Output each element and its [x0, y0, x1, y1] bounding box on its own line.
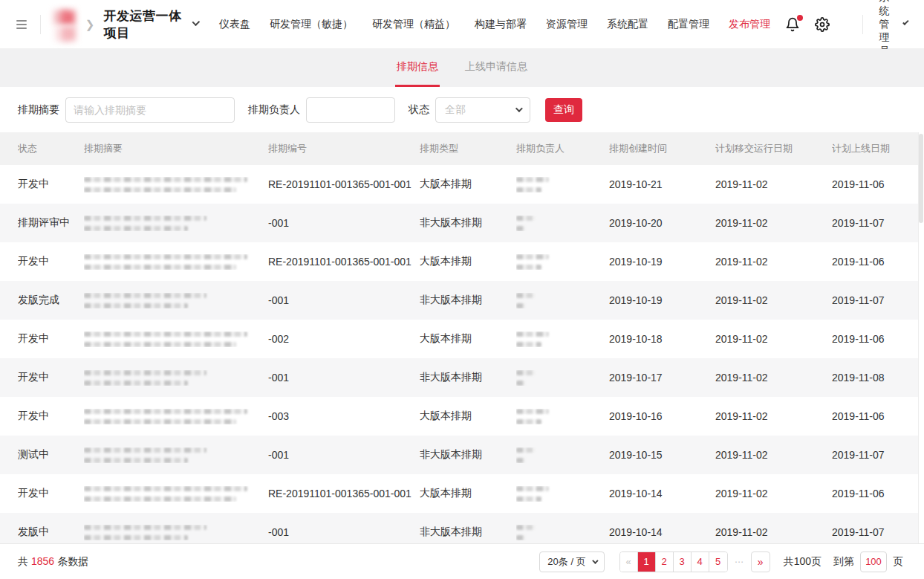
tab-bar: 排期信息 上线申请信息 — [0, 49, 924, 87]
row-created-date: 2019-10-20 — [609, 217, 715, 229]
tab-online-apply-info[interactable]: 上线申请信息 — [463, 49, 529, 87]
row-created-date: 2019-10-18 — [609, 333, 715, 345]
table-row[interactable]: 发版完成 -001 非大版本排期 2019-10-19 2019-11-02 2… — [0, 281, 924, 320]
row-summary-redacted — [84, 370, 268, 386]
menu-icon[interactable] — [16, 20, 27, 29]
jump-page-input[interactable] — [860, 551, 887, 572]
schedule-table: 状态 排期摘要 排期编号 排期类型 排期负责人 排期创建时间 计划移交运行日期 … — [0, 132, 924, 543]
row-created-date: 2019-10-16 — [609, 410, 715, 422]
row-type: 非大版本排期 — [420, 371, 516, 384]
footer-bar: 共1856条数据 20条 / 页 « 1 2 3 4 5 ⋯ » 共100页 到… — [0, 543, 924, 579]
nav-rd-agile[interactable]: 研发管理（敏捷） — [270, 18, 353, 31]
table-row[interactable]: 开发中 -003 大版本排期 2019-10-16 2019-11-02 201… — [0, 397, 924, 436]
row-summary-redacted — [84, 254, 268, 270]
scrollbar[interactable] — [918, 132, 924, 543]
table-row[interactable]: 发版中 -001 非大版本排期 2019-10-14 2019-11-02 20… — [0, 513, 924, 543]
nav-release-mgmt[interactable]: 发布管理 — [729, 18, 770, 31]
row-created-date: 2019-10-19 — [609, 294, 715, 306]
jump-suffix-label: 页 — [893, 555, 903, 569]
row-code: -001 — [268, 294, 420, 306]
page-button-3[interactable]: 3 — [674, 552, 692, 572]
nav-resource[interactable]: 资源管理 — [546, 18, 588, 31]
page-button-2[interactable]: 2 — [656, 552, 674, 572]
row-type: 大版本排期 — [420, 332, 516, 346]
col-type: 排期类型 — [420, 142, 516, 155]
nav-build-deploy[interactable]: 构建与部署 — [475, 18, 527, 31]
row-status: 排期评审中 — [18, 216, 84, 230]
row-created-date: 2019-10-21 — [609, 178, 715, 190]
row-code: -002 — [268, 333, 420, 345]
table-row[interactable]: 排期评审中 -001 非大版本排期 2019-10-20 2019-11-02 … — [0, 204, 924, 242]
status-select[interactable]: 全部 — [435, 97, 530, 123]
row-online-date: 2019-11-07 — [832, 294, 924, 306]
row-online-date: 2019-11-06 — [832, 256, 924, 268]
page-button-5[interactable]: 5 — [709, 552, 727, 572]
nav-config-mgmt[interactable]: 配置管理 — [668, 18, 709, 31]
breadcrumb-chevron-icon: ❯ — [85, 18, 95, 31]
user-chevron-down-icon — [902, 19, 908, 25]
nav-rd-lean[interactable]: 研发管理（精益） — [372, 18, 455, 31]
row-online-date: 2019-11-06 — [832, 488, 924, 499]
row-owner-redacted — [516, 447, 609, 463]
row-handover-date: 2019-11-02 — [715, 410, 832, 422]
notification-bell-icon[interactable] — [785, 17, 800, 32]
row-summary-redacted — [84, 525, 268, 540]
row-code: -001 — [268, 526, 420, 538]
row-handover-date: 2019-11-02 — [715, 526, 832, 538]
row-summary-redacted — [84, 216, 268, 231]
table-row[interactable]: 开发中 -002 大版本排期 2019-10-18 2019-11-02 201… — [0, 320, 924, 358]
nav-system-config[interactable]: 系统配置 — [607, 18, 648, 31]
project-title: 开发运营一体项目 — [103, 7, 181, 42]
top-bar: ❯ 开发运营一体项目 仪表盘 研发管理（敏捷） 研发管理（精益） 构建与部署 资… — [0, 0, 924, 49]
page-button-4[interactable]: 4 — [692, 552, 709, 572]
table-row[interactable]: 开发中 RE-20191101-001365-001-001 大版本排期 201… — [0, 165, 924, 204]
row-online-date: 2019-11-06 — [832, 333, 924, 345]
table-row[interactable]: 测试中 -001 非大版本排期 2019-10-15 2019-11-02 20… — [0, 436, 924, 474]
col-summary: 排期摘要 — [84, 142, 268, 155]
row-handover-date: 2019-11-02 — [715, 294, 832, 306]
row-handover-date: 2019-11-02 — [715, 449, 832, 461]
prev-page-button[interactable]: « — [620, 552, 638, 572]
scrollbar-thumb[interactable] — [919, 134, 923, 223]
col-handover-date: 计划移交运行日期 — [715, 142, 832, 155]
filter-bar: 排期摘要 排期负责人 状态 全部 查询 — [0, 87, 924, 132]
row-created-date: 2019-10-15 — [609, 449, 715, 461]
status-select-value: 全部 — [445, 103, 466, 117]
summary-filter-input[interactable] — [65, 97, 235, 123]
row-online-date: 2019-11-06 — [832, 410, 924, 422]
row-owner-redacted — [516, 370, 609, 386]
row-online-date: 2019-11-06 — [832, 178, 924, 190]
row-type: 大版本排期 — [420, 255, 516, 268]
row-code: RE-20191101-001365-001-001 — [268, 488, 420, 499]
row-type: 大版本排期 — [420, 410, 516, 423]
row-summary-redacted — [84, 486, 268, 502]
row-summary-redacted — [84, 331, 268, 347]
row-status: 开发中 — [18, 487, 84, 500]
row-status: 开发中 — [18, 371, 84, 384]
row-handover-date: 2019-11-02 — [715, 488, 832, 499]
table-row[interactable]: 开发中 -001 非大版本排期 2019-10-17 2019-11-02 20… — [0, 358, 924, 397]
row-owner-redacted — [516, 177, 609, 193]
total-pages-text: 共100页 — [784, 555, 821, 569]
owner-filter-input[interactable] — [306, 97, 395, 123]
tab-schedule-info[interactable]: 排期信息 — [395, 49, 440, 87]
row-code: -001 — [268, 449, 420, 461]
gear-icon[interactable] — [815, 17, 830, 32]
page-button-1[interactable]: 1 — [638, 552, 656, 572]
next-page-button[interactable]: » — [751, 551, 770, 572]
search-button[interactable]: 查询 — [545, 98, 582, 122]
page-size-select[interactable]: 20条 / 页 — [539, 551, 604, 572]
total-count: 1856 — [31, 555, 54, 567]
row-created-date: 2019-10-19 — [609, 256, 715, 268]
jump-prefix-label: 到第 — [833, 555, 854, 569]
row-status: 发版中 — [18, 525, 84, 539]
project-chevron-down-icon[interactable] — [192, 18, 199, 25]
nav-dashboard[interactable]: 仪表盘 — [219, 18, 250, 31]
row-created-date: 2019-10-14 — [609, 526, 715, 538]
col-created: 排期创建时间 — [609, 142, 715, 155]
table-row[interactable]: 开发中 RE-20191101-001365-001-001 大版本排期 201… — [0, 242, 924, 281]
table-row[interactable]: 开发中 RE-20191101-001365-001-001 大版本排期 201… — [0, 474, 924, 513]
owner-filter-label: 排期负责人 — [248, 103, 300, 117]
row-handover-date: 2019-11-02 — [715, 333, 832, 345]
app-logo[interactable] — [53, 10, 75, 39]
